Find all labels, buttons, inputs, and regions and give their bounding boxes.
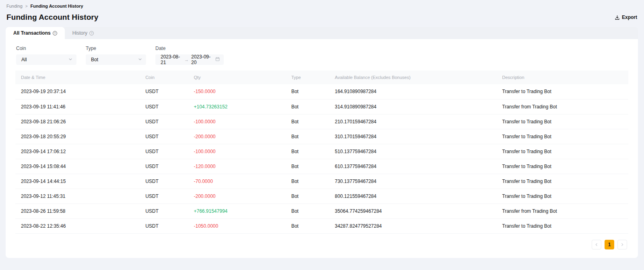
cell-coin: USDT [140,114,188,129]
content-card: All Transactions ? History ? Coin All [6,27,638,258]
tab-all-transactions[interactable]: All Transactions ? [6,27,65,39]
date-start-value: 2023-08-21 [161,54,182,65]
coin-select[interactable]: All [16,54,76,65]
filter-coin: Coin All [16,46,76,65]
coin-select-value: All [21,57,27,62]
cell-balance: 164.910890987284 [329,84,497,99]
column-header-description: Description [497,71,628,84]
cell-datetime: 2023-09-14 14:44:15 [15,174,140,189]
cell-description: Transfer to Trading Bot [497,189,628,204]
breadcrumb-link-funding[interactable]: Funding [6,4,23,8]
column-header-datetime: Date & Time [15,71,140,84]
table-row: 2023-09-14 15:08:44 USDT -120.0000 Bot 6… [15,159,628,174]
cell-qty: -200.0000 [188,129,285,144]
cell-description: Transfer to Trading Bot [497,84,628,99]
cell-qty: -100.0000 [188,114,285,129]
table-row: 2023-09-14 17:06:12 USDT -100.0000 Bot 5… [15,144,628,159]
cell-balance: 730.137759467284 [329,174,497,189]
cell-description: Transfer from Trading Bot [497,99,628,114]
cell-qty: -100.0000 [188,144,285,159]
tab-strip: All Transactions ? History ? [6,27,638,39]
cell-balance: 800.121559467284 [329,189,497,204]
export-download-icon [615,15,620,20]
cell-coin: USDT [140,218,188,233]
cell-datetime: 2023-09-18 21:06:26 [15,114,140,129]
cell-datetime: 2023-09-19 11:41:46 [15,99,140,114]
pagination-page-1-button[interactable]: 1 [605,240,614,249]
page-title: Funding Account History [6,13,99,22]
column-header-coin: Coin [140,71,188,84]
cell-datetime: 2023-08-26 11:59:58 [15,204,140,218]
cell-type: Bot [286,189,329,204]
filter-coin-label: Coin [16,46,76,51]
cell-description: Transfer to Trading Bot [497,129,628,144]
pagination-next-button[interactable] [617,240,627,249]
table-row: 2023-09-14 14:44:15 USDT -70.0000 Bot 73… [15,174,628,189]
cell-description: Transfer to Trading Bot [497,218,628,233]
table-row: 2023-09-19 11:41:46 USDT +104.73263152 B… [15,99,628,114]
cell-coin: USDT [140,159,188,174]
table-row: 2023-09-19 20:37:14 USDT -150.0000 Bot 1… [15,84,628,99]
chevron-right-icon [620,241,624,248]
info-icon: ? [53,31,57,35]
cell-description: Transfer to Trading Bot [497,159,628,174]
table-row: 2023-09-18 20:55:29 USDT -200.0000 Bot 3… [15,129,628,144]
cell-datetime: 2023-09-12 11:45:31 [15,189,140,204]
cell-coin: USDT [140,84,188,99]
cell-coin: USDT [140,144,188,159]
cell-qty: -1050.0000 [188,218,285,233]
cell-type: Bot [286,174,329,189]
column-header-balance: Available Balance (Excludes Bonuses) [329,71,497,84]
filter-type-label: Type [86,46,146,51]
cell-qty: -150.0000 [188,84,285,99]
cell-balance: 510.137759467284 [329,144,497,159]
pagination-prev-button[interactable] [592,240,601,249]
cell-qty: +104.73263152 [188,99,285,114]
filter-date-label: Date [155,46,224,51]
cell-balance: 34287.824779527284 [329,218,497,233]
table-body: 2023-09-19 20:37:14 USDT -150.0000 Bot 1… [15,84,628,233]
column-header-type: Type [286,71,329,84]
cell-balance: 610.137759467284 [329,159,497,174]
export-button[interactable]: Export [615,15,637,20]
cell-datetime: 2023-09-18 20:55:29 [15,129,140,144]
cell-type: Bot [286,218,329,233]
cell-type: Bot [286,204,329,218]
cell-coin: USDT [140,189,188,204]
cell-datetime: 2023-09-14 15:08:44 [15,159,140,174]
cell-type: Bot [286,129,329,144]
cell-type: Bot [286,144,329,159]
tab-label: All Transactions [13,30,51,36]
calendar-icon [213,57,220,62]
cell-type: Bot [286,99,329,114]
cell-type: Bot [286,114,329,129]
filters-bar: Coin All Type Bot [6,39,638,71]
cell-balance: 210.170159467284 [329,114,497,129]
card-body: Coin All Type Bot [6,39,638,258]
cell-description: Transfer from Trading Bot [497,204,628,218]
info-icon: ? [89,31,94,35]
export-label: Export [622,15,637,20]
date-range-picker[interactable]: 2023-08-21 → 2023-09-20 [155,54,224,65]
cell-coin: USDT [140,129,188,144]
tab-history[interactable]: History ? [65,27,101,39]
type-select-value: Bot [91,57,98,62]
cell-qty: -120.0000 [188,159,285,174]
breadcrumb-separator-icon: > [25,4,28,8]
date-end-value: 2023-09-20 [191,54,213,65]
transactions-table: Date & Time Coin Qty Type Available Bala… [15,71,628,234]
filter-date: Date 2023-08-21 → 2023-09-20 [155,46,224,65]
cell-datetime: 2023-08-22 12:35:46 [15,218,140,233]
filter-type: Type Bot [86,46,146,65]
table-row: 2023-08-22 12:35:46 USDT -1050.0000 Bot … [15,218,628,233]
cell-coin: USDT [140,204,188,218]
cell-qty: +766.91547994 [188,204,285,218]
chevron-left-icon [594,241,599,248]
cell-qty: -70.0000 [188,174,285,189]
title-row: Funding Account History Export [0,8,644,27]
cell-balance: 35064.774259467284 [329,204,497,218]
cell-coin: USDT [140,174,188,189]
type-select[interactable]: Bot [86,54,146,65]
cell-type: Bot [286,159,329,174]
page: Funding > Funding Account History Fundin… [0,0,644,270]
